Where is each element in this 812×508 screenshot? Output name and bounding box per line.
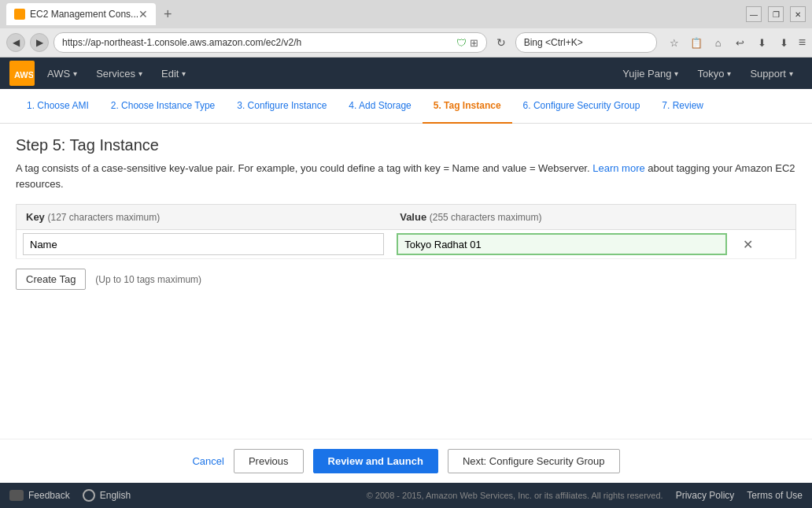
svg-text:AWS: AWS bbox=[14, 70, 33, 80]
value-cell bbox=[390, 230, 733, 259]
tab-favicon bbox=[14, 9, 25, 20]
browser-titlebar: EC2 Management Cons... ✕ + — ❐ ✕ bbox=[0, 0, 812, 28]
step-7[interactable]: 7. Review bbox=[651, 89, 714, 124]
user-menu[interactable]: Yujie Pang ▾ bbox=[613, 57, 688, 89]
back-button[interactable]: ◀ bbox=[6, 33, 25, 52]
toolbar-icons: ☆ 📋 ⌂ ↩ ⬇ ⬇ bbox=[665, 33, 794, 52]
tab-title: EC2 Management Cons... bbox=[30, 9, 138, 20]
action-bar: Cancel Previous Review and Launch Next: … bbox=[0, 439, 812, 483]
feedback-item[interactable]: Feedback bbox=[9, 490, 70, 501]
key-input[interactable] bbox=[23, 233, 384, 255]
key-column-header: Key (127 characters maximum) bbox=[17, 205, 391, 230]
action-column-header bbox=[733, 205, 796, 230]
step-6[interactable]: 6. Configure Security Group bbox=[512, 89, 651, 124]
feedback-icon bbox=[9, 490, 24, 501]
address-bar[interactable]: https://ap-northeast-1.console.aws.amazo… bbox=[54, 32, 487, 53]
browser-chrome: EC2 Management Cons... ✕ + — ❐ ✕ ◀ ▶ htt… bbox=[0, 0, 812, 57]
minimize-button[interactable]: — bbox=[746, 6, 762, 22]
star-icon[interactable]: ☆ bbox=[665, 33, 684, 52]
menu-icon[interactable]: ≡ bbox=[799, 35, 806, 50]
feedback-label: Feedback bbox=[28, 490, 70, 501]
step-3[interactable]: 3. Configure Instance bbox=[226, 89, 338, 124]
aws-nav-right: Yujie Pang ▾ Tokyo ▾ Support ▾ bbox=[613, 57, 803, 89]
learn-more-link[interactable]: Learn more bbox=[592, 162, 644, 174]
review-launch-button[interactable]: Review and Launch bbox=[313, 449, 438, 473]
shield-icon: 🛡 bbox=[456, 37, 467, 49]
create-tag-section: Create Tag (Up to 10 tags maximum) bbox=[16, 269, 796, 290]
page-description: A tag consists of a case-sensitive key-v… bbox=[16, 161, 796, 191]
create-tag-button[interactable]: Create Tag bbox=[16, 269, 86, 290]
wizard-steps: 1. Choose AMI 2. Choose Instance Type 3.… bbox=[0, 89, 812, 124]
support-menu[interactable]: Support ▾ bbox=[740, 57, 803, 89]
key-cell bbox=[17, 230, 391, 259]
main-content: Step 5: Tag Instance A tag consists of a… bbox=[0, 124, 812, 309]
step-5[interactable]: 5. Tag Instance bbox=[423, 89, 512, 124]
restore-button[interactable]: ❐ bbox=[768, 6, 784, 22]
address-icons: 🛡 ⊞ bbox=[456, 37, 478, 49]
terms-link[interactable]: Terms of Use bbox=[747, 490, 803, 501]
aws-service-menu[interactable]: AWS ▾ bbox=[38, 57, 87, 89]
privacy-link[interactable]: Privacy Policy bbox=[676, 490, 735, 501]
page-footer: Cancel Previous Review and Launch Next: … bbox=[0, 439, 812, 508]
delete-cell: ✕ bbox=[733, 230, 796, 259]
step-2[interactable]: 2. Choose Instance Type bbox=[100, 89, 227, 124]
support-dropdown-arrow: ▾ bbox=[789, 69, 793, 78]
close-button[interactable]: ✕ bbox=[790, 6, 806, 22]
value-column-header: Value (255 characters maximum) bbox=[390, 205, 733, 230]
edit-dropdown-arrow: ▾ bbox=[182, 69, 186, 78]
tab-close-button[interactable]: ✕ bbox=[138, 8, 148, 20]
delete-tag-button[interactable]: ✕ bbox=[740, 235, 756, 254]
aws-nav: AWS AWS ▾ Services ▾ Edit ▾ Yujie Pang ▾… bbox=[0, 57, 812, 89]
refresh-button[interactable]: ↻ bbox=[492, 33, 511, 52]
aws-dropdown-arrow: ▾ bbox=[73, 69, 77, 78]
services-menu[interactable]: Services ▾ bbox=[87, 57, 152, 89]
step-1[interactable]: 1. Choose AMI bbox=[16, 89, 100, 124]
new-tab-button[interactable]: + bbox=[159, 6, 177, 23]
step-4[interactable]: 4. Add Storage bbox=[338, 89, 422, 124]
aws-logo: AWS bbox=[9, 61, 35, 86]
home-icon[interactable]: ⌂ bbox=[709, 33, 728, 52]
value-input[interactable] bbox=[397, 233, 726, 255]
aws-logo-icon: AWS bbox=[11, 62, 33, 84]
globe-icon bbox=[83, 489, 95, 502]
feedback-bar: Feedback English © 2008 - 2015, Amazon W… bbox=[0, 483, 812, 508]
copyright: © 2008 - 2015, Amazon Web Services, Inc.… bbox=[367, 491, 663, 500]
create-tag-hint: (Up to 10 tags maximum) bbox=[95, 274, 201, 285]
bookmark-icon[interactable]: 📋 bbox=[687, 33, 706, 52]
browser-addressbar: ◀ ▶ https://ap-northeast-1.console.aws.a… bbox=[0, 28, 812, 57]
grid-icon: ⊞ bbox=[470, 37, 478, 49]
search-box[interactable]: Bing <Ctrl+K> bbox=[515, 32, 657, 53]
region-menu[interactable]: Tokyo ▾ bbox=[688, 57, 740, 89]
language-item[interactable]: English bbox=[83, 489, 131, 502]
browser-tab[interactable]: EC2 Management Cons... ✕ bbox=[6, 3, 156, 25]
window-controls: — ❐ ✕ bbox=[746, 6, 806, 22]
previous-button[interactable]: Previous bbox=[234, 449, 304, 473]
region-dropdown-arrow: ▾ bbox=[727, 69, 731, 78]
services-dropdown-arrow: ▾ bbox=[138, 69, 142, 78]
url-text: https://ap-northeast-1.console.aws.amazo… bbox=[62, 37, 456, 48]
search-placeholder: Bing <Ctrl+K> bbox=[524, 37, 583, 48]
download2-icon[interactable]: ⬇ bbox=[775, 33, 794, 52]
forward-button[interactable]: ▶ bbox=[30, 33, 49, 52]
cancel-link[interactable]: Cancel bbox=[192, 455, 223, 467]
download-icon[interactable]: ⬇ bbox=[753, 33, 772, 52]
table-row: ✕ bbox=[17, 230, 796, 259]
language-label: English bbox=[100, 490, 131, 501]
page-title: Step 5: Tag Instance bbox=[16, 136, 796, 154]
user-dropdown-arrow: ▾ bbox=[674, 69, 678, 78]
next-button[interactable]: Next: Configure Security Group bbox=[448, 449, 620, 473]
tag-table: Key (127 characters maximum) Value (255 … bbox=[16, 204, 796, 259]
edit-menu[interactable]: Edit ▾ bbox=[152, 57, 195, 89]
back-arrow-icon[interactable]: ↩ bbox=[731, 33, 750, 52]
